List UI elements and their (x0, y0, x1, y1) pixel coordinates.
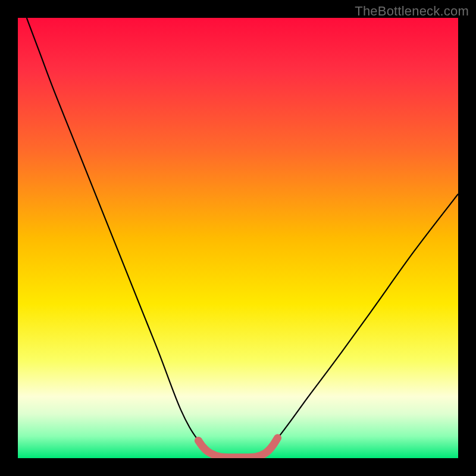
gradient-background (18, 18, 458, 458)
chart-frame: TheBottleneck.com (0, 0, 476, 476)
watermark-text: TheBottleneck.com (355, 4, 469, 19)
plot-area (18, 18, 458, 458)
chart-svg (18, 18, 458, 458)
